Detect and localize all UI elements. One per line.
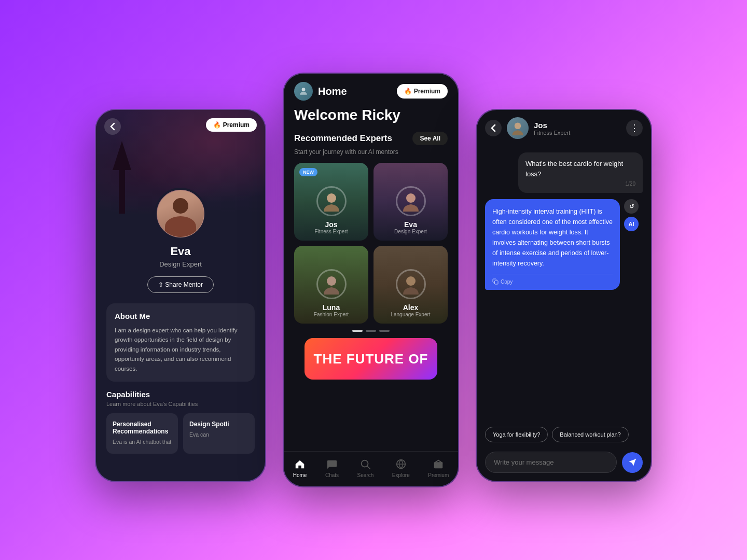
- left-phone: 🔥 Premium Eva Design Expert ⇧ Share Ment…: [95, 109, 266, 482]
- bottom-navbar: Home Chats Search: [284, 451, 458, 486]
- jos-name: Jos: [325, 220, 337, 229]
- user-message-text: What's the best cardio for weight loss?: [525, 159, 635, 179]
- reload-button[interactable]: ↺: [624, 199, 639, 214]
- nav-home-label: Home: [293, 472, 307, 478]
- cap1-title: Personalised Recommendations: [113, 421, 172, 435]
- ai-message: High-intensity interval training (HIIT) …: [485, 199, 620, 290]
- chat-expert-role: Fitness Expert: [534, 130, 621, 136]
- dot-2[interactable]: [366, 330, 376, 332]
- chat-input-area: [477, 446, 651, 481]
- card-bg-alex: Alex Language Expert: [374, 246, 448, 324]
- premium-icon: [432, 458, 445, 470]
- avatar: [155, 188, 206, 240]
- capability-card-2[interactable]: Design Spotli Eva can: [183, 413, 255, 454]
- chat-header: Jos Fitness Expert ⋮: [477, 110, 651, 146]
- nav-explore-label: Explore: [392, 472, 410, 478]
- search-icon: [359, 458, 371, 470]
- expert-name: Eva: [106, 245, 255, 258]
- copy-action: Copy: [492, 274, 613, 285]
- explore-icon: [395, 458, 407, 470]
- dot-3[interactable]: [379, 330, 390, 332]
- cap2-text: Eva can: [189, 431, 248, 439]
- nav-chats[interactable]: Chats: [325, 458, 339, 478]
- section-subtitle: Start your journey with our AI mentors: [294, 148, 448, 156]
- more-options-button[interactable]: ⋮: [626, 120, 643, 136]
- luna-role: Fashion Expert: [314, 312, 349, 317]
- center-phone: Home 🔥 Premium Welcome Ricky Recommended…: [283, 73, 459, 487]
- home-icon: [294, 458, 306, 470]
- svg-point-8: [515, 123, 521, 130]
- user-avatar: [294, 82, 313, 101]
- see-all-button[interactable]: See All: [412, 132, 448, 145]
- card-bg-jos: NEW Jos Fitness Expert: [294, 163, 368, 241]
- welcome-title: Welcome Ricky: [294, 107, 448, 123]
- alex-name: Alex: [403, 303, 419, 312]
- eva-avatar: [396, 186, 426, 216]
- cap2-title: Design Spotli: [189, 421, 248, 428]
- eva-role: Design Expert: [394, 229, 427, 234]
- svg-point-3: [327, 276, 336, 286]
- capabilities-section: Capabilities Learn more about Eva's Capa…: [106, 390, 255, 460]
- future-text: THE FUTURE OF: [314, 351, 428, 367]
- chat-input[interactable]: [485, 452, 617, 473]
- suggestion-2[interactable]: Balanced workout plan?: [552, 427, 628, 442]
- center-content: Welcome Ricky Recommended Experts See Al…: [284, 107, 458, 451]
- dot-1[interactable]: [352, 330, 363, 332]
- premium-badge[interactable]: 🔥 Premium: [206, 118, 257, 132]
- luna-avatar: [316, 269, 347, 299]
- share-mentor-button[interactable]: ⇧ Share Mentor: [147, 276, 214, 293]
- expert-card-eva[interactable]: Eva Design Expert: [374, 163, 448, 241]
- chats-icon: [326, 458, 338, 470]
- right-phone: Jos Fitness Expert ⋮ What's the best car…: [476, 109, 652, 482]
- capabilities-cards: Personalised Recommendations Eva is an A…: [106, 413, 255, 454]
- back-button[interactable]: [104, 118, 121, 135]
- future-banner: THE FUTURE OF: [305, 338, 437, 380]
- chat-expert-name: Jos: [534, 121, 621, 130]
- capabilities-subtitle: Learn more about Eva's Capabilities: [106, 401, 255, 407]
- expert-card-jos[interactable]: NEW Jos Fitness Expert: [294, 163, 368, 241]
- message-counter: 1/20: [525, 181, 635, 187]
- profile-content: Eva Design Expert ⇧ Share Mentor About M…: [96, 245, 265, 481]
- send-button[interactable]: [622, 452, 643, 473]
- ai-action-icons: ↺ AI: [624, 199, 639, 231]
- svg-point-5: [362, 460, 368, 467]
- nav-premium[interactable]: Premium: [428, 458, 449, 478]
- card-bg-luna: Luna Fashion Expert: [294, 246, 368, 324]
- recommended-title: Recommended Experts: [294, 133, 392, 144]
- nav-home[interactable]: Home: [293, 458, 307, 478]
- avatar-face: [157, 190, 204, 237]
- svg-point-1: [327, 193, 336, 203]
- expert-card-luna[interactable]: Luna Fashion Expert: [294, 246, 368, 324]
- alex-avatar: [396, 269, 426, 299]
- about-text: I am a design expert who can help you id…: [115, 326, 246, 373]
- expert-title: Design Expert: [106, 260, 255, 268]
- center-premium-badge[interactable]: 🔥 Premium: [397, 84, 448, 99]
- nav-search-label: Search: [357, 472, 374, 478]
- jos-avatar: [316, 186, 347, 216]
- chat-suggestions: Yoga for flexibility? Balanced workout p…: [477, 423, 651, 446]
- nav-chats-label: Chats: [325, 472, 339, 478]
- chat-expert-avatar: [507, 117, 529, 139]
- jos-role: Fitness Expert: [315, 229, 348, 234]
- svg-point-0: [302, 88, 306, 91]
- copy-button[interactable]: Copy: [492, 278, 513, 285]
- home-title: Home: [318, 86, 347, 97]
- carousel-dots: [294, 324, 448, 338]
- svg-point-2: [406, 193, 416, 203]
- expert-card-alex[interactable]: Alex Language Expert: [374, 246, 448, 324]
- user-message: What's the best cardio for weight loss? …: [518, 152, 643, 193]
- welcome-section: Welcome Ricky Recommended Experts See Al…: [284, 107, 458, 388]
- nav-explore[interactable]: Explore: [392, 458, 410, 478]
- nav-search[interactable]: Search: [357, 458, 374, 478]
- svg-rect-9: [495, 281, 499, 285]
- share-icon: ⇧: [158, 281, 165, 288]
- about-section: About Me I am a design expert who can he…: [106, 303, 255, 382]
- chat-back-button[interactable]: [485, 120, 502, 136]
- new-badge: NEW: [299, 168, 317, 176]
- svg-point-4: [406, 276, 416, 286]
- eva-name: Eva: [404, 220, 417, 229]
- about-title: About Me: [115, 312, 246, 320]
- capability-card-1[interactable]: Personalised Recommendations Eva is an A…: [106, 413, 178, 454]
- suggestion-1[interactable]: Yoga for flexibility?: [485, 427, 548, 442]
- chat-header-info: Jos Fitness Expert: [534, 121, 621, 136]
